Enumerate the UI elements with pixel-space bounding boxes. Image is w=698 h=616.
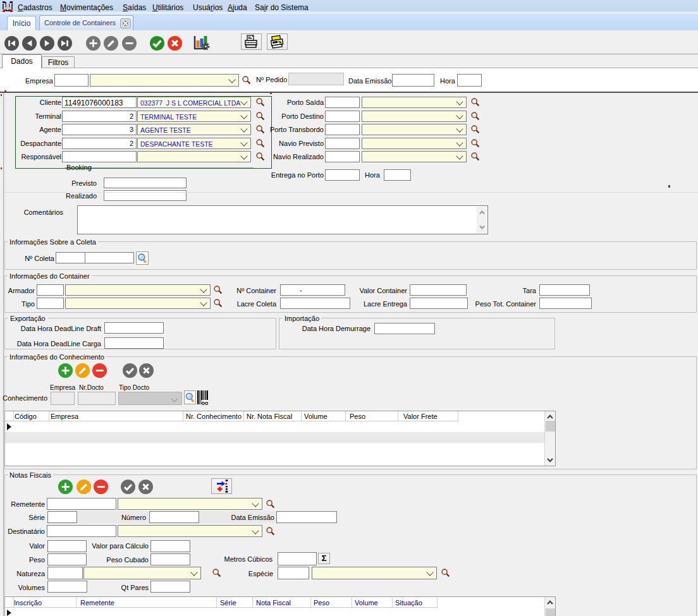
svg-text:oo: oo (202, 400, 209, 405)
